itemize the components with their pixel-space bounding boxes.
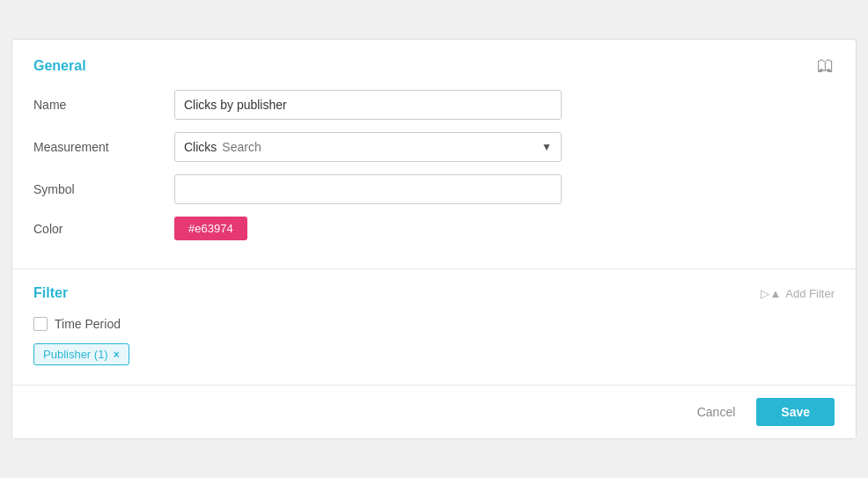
general-section: General 🕮 Name Measurement Clicks ▼ Symb…: [12, 40, 856, 269]
time-period-row: Time Period: [33, 317, 835, 331]
add-filter-label: Add Filter: [785, 287, 835, 300]
save-button[interactable]: Save: [756, 398, 835, 426]
name-input[interactable]: [174, 90, 562, 120]
symbol-label: Symbol: [33, 182, 174, 196]
symbol-row: Symbol: [33, 174, 835, 204]
time-period-label: Time Period: [55, 317, 121, 331]
filter-body: Time Period Publisher (1) ×: [33, 313, 835, 369]
cancel-button[interactable]: Cancel: [687, 400, 747, 424]
measurement-search-input[interactable]: [222, 140, 541, 154]
dialog-container: General 🕮 Name Measurement Clicks ▼ Symb…: [11, 39, 857, 439]
time-period-checkbox[interactable]: [33, 317, 48, 331]
symbol-input[interactable]: [174, 174, 562, 204]
name-label: Name: [33, 98, 174, 112]
color-row: Color #e63974: [33, 217, 835, 240]
publisher-tag[interactable]: Publisher (1) ×: [33, 343, 129, 365]
name-row: Name: [33, 90, 835, 120]
add-filter-button[interactable]: ▷▲ Add Filter: [761, 287, 835, 300]
filter-header: Filter ▷▲ Add Filter: [33, 285, 835, 301]
measurement-row: Measurement Clicks ▼: [33, 132, 835, 162]
color-label: Color: [33, 222, 174, 236]
color-picker-button[interactable]: #e63974: [174, 217, 247, 240]
measurement-value: Clicks: [184, 140, 217, 154]
chevron-down-icon: ▼: [541, 141, 552, 153]
general-header: General 🕮: [33, 55, 835, 76]
measurement-dropdown[interactable]: Clicks ▼: [174, 132, 562, 162]
filter-title: Filter: [33, 285, 68, 301]
book-icon: 🕮: [817, 55, 835, 76]
add-filter-icon: ▷▲: [761, 287, 781, 300]
publisher-tag-label: Publisher (1): [43, 348, 108, 361]
general-title: General: [33, 58, 86, 74]
measurement-label: Measurement: [33, 140, 174, 154]
publisher-tag-row: Publisher (1) ×: [33, 343, 835, 365]
filter-section: Filter ▷▲ Add Filter Time Period Publish…: [12, 269, 856, 386]
dialog-footer: Cancel Save: [12, 386, 856, 438]
publisher-tag-close-icon[interactable]: ×: [114, 349, 120, 361]
